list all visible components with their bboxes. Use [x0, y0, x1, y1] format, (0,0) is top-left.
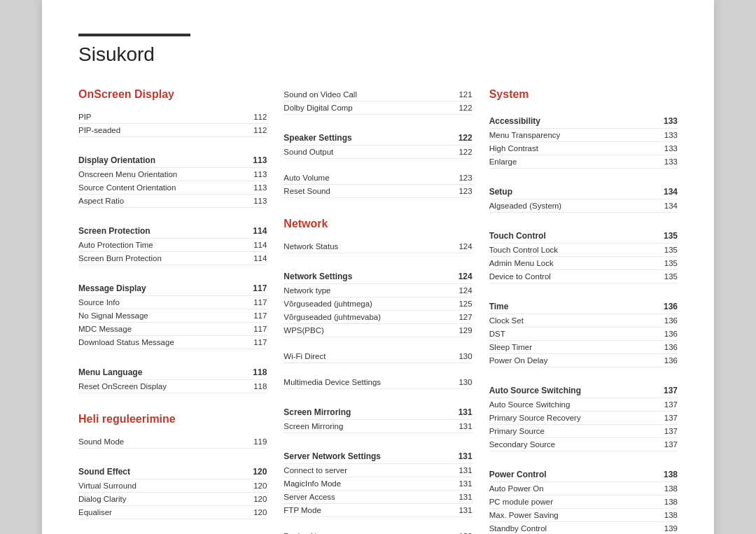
toc-label: Time [489, 302, 658, 311]
toc-label: Primary Source Recovery [489, 414, 658, 422]
table-row: Screen Protection114 [78, 220, 267, 239]
table-row: Võrguseaded (juhtmega)125 [284, 297, 472, 311]
toc-number: 122 [453, 148, 472, 156]
toc-number: 118 [247, 382, 267, 391]
table-row: DST136 [489, 328, 678, 341]
toc-group: Power Control138Auto Power On138PC modul… [489, 464, 678, 534]
toc-label: Auto Volume [284, 174, 452, 182]
toc-number: 117 [247, 338, 267, 346]
table-row: Reset Sound123 [284, 185, 472, 198]
toc-number: 123 [453, 174, 472, 182]
toc-number: 120 [247, 482, 267, 490]
table-row: Clock Set136 [489, 314, 678, 328]
table-row: Time136 [489, 296, 678, 314]
toc-label: Message Display [78, 283, 247, 293]
toc-label: PIP-seaded [78, 126, 247, 134]
col1-groups: PIP112PIP-seaded112Display Orientation11… [78, 111, 267, 393]
toc-number: 122 [453, 104, 472, 112]
toc-number: 118 [247, 367, 267, 377]
toc-label: Sound Mode [78, 437, 247, 446]
col2-network-groups: Network Status124Network Settings124Netw… [284, 240, 472, 534]
toc-number: 137 [658, 386, 678, 395]
toc-number: 135 [658, 246, 678, 254]
table-row: Algseaded (System)134 [489, 199, 678, 213]
toc-number: 120 [247, 467, 267, 477]
table-row: Võrguseaded (juhtmevaba)127 [284, 311, 472, 324]
toc-group: Touch Control135Touch Control Lock135Adm… [489, 225, 678, 283]
table-row: Dolby Digital Comp122 [284, 101, 472, 115]
toc-number: 133 [658, 157, 678, 166]
table-row: MDC Message117 [78, 323, 267, 336]
table-row: Device Name132 [284, 530, 472, 534]
toc-label: Aspect Ratio [78, 197, 247, 205]
toc-label: Menu Language [78, 367, 247, 377]
toc-number: 131 [453, 422, 472, 430]
table-row: Sound on Video Call121 [284, 88, 472, 101]
table-row: Server Network Settings131 [284, 446, 472, 464]
toc-group: PIP112PIP-seaded112 [78, 111, 267, 137]
toc-group: Display Orientation113Onscreen Menu Orie… [78, 150, 267, 208]
toc-label: Screen Burn Protection [78, 254, 247, 262]
toc-label: Max. Power Saving [489, 511, 658, 519]
table-row: Setup134 [489, 181, 678, 199]
toc-number: 112 [247, 126, 267, 134]
toc-number: 137 [658, 400, 678, 409]
toc-group: Network Status124 [284, 240, 472, 253]
column-2: Sound on Video Call121Dolby Digital Comp… [284, 88, 472, 534]
toc-label: Wi-Fi Direct [284, 352, 452, 360]
toc-label: Server Network Settings [284, 451, 452, 461]
toc-label: Power On Delay [489, 356, 658, 365]
toc-group: Time136Clock Set136DST136Sleep Timer136P… [489, 296, 678, 367]
table-row: PIP112 [78, 111, 267, 124]
table-row: Connect to server131 [284, 464, 472, 477]
toc-label: Network type [284, 286, 452, 295]
toc-label: Screen Protection [78, 226, 247, 236]
toc-label: Clock Set [489, 316, 658, 325]
toc-number: 113 [247, 155, 267, 165]
table-row: PIP-seaded112 [78, 124, 267, 137]
toc-number: 130 [453, 352, 472, 360]
toc-number: 127 [453, 313, 472, 321]
toc-number: 124 [453, 272, 472, 281]
toc-number: 121 [453, 90, 472, 99]
toc-label: Device to Control [489, 272, 658, 281]
toc-label: FTP Mode [284, 506, 452, 514]
table-row: Source Content Orientation113 [78, 181, 267, 195]
toc-number: 138 [658, 484, 678, 493]
toc-number: 133 [658, 116, 678, 126]
table-row: Primary Source137 [489, 425, 678, 438]
toc-label: Speaker Settings [284, 133, 452, 143]
toc-label: MagicInfo Mode [284, 479, 452, 488]
toc-label: Server Access [284, 493, 452, 501]
toc-label: Multimedia Device Settings [284, 378, 452, 386]
toc-label: Reset OnScreen Display [78, 382, 247, 391]
toc-group: Speaker Settings122Sound Output122 [284, 127, 472, 159]
table-row: Virtual Surround120 [78, 479, 267, 493]
toc-number: 137 [658, 414, 678, 422]
toc-label: Source Content Orientation [78, 183, 247, 192]
table-row: Download Status Message117 [78, 336, 267, 349]
toc-number: 136 [658, 343, 678, 351]
col2-groups: Sound on Video Call121Dolby Digital Comp… [284, 88, 472, 198]
toc-label: No Signal Message [78, 311, 247, 320]
table-row: Menu Transparency133 [489, 129, 678, 142]
toc-label: DST [489, 330, 658, 338]
toc-number: 113 [247, 170, 267, 178]
table-row: Power On Delay136 [489, 354, 678, 367]
toc-group: Sound on Video Call121Dolby Digital Comp… [284, 88, 472, 115]
toc-number: 131 [453, 407, 472, 417]
table-row: Admin Menu Lock135 [489, 257, 678, 270]
table-row: Auto Power On138 [489, 482, 678, 496]
toc-label: Connect to server [284, 466, 452, 475]
toc-label: PIP [78, 113, 247, 121]
toc-number: 139 [658, 524, 678, 533]
toc-label: Menu Transparency [489, 131, 658, 139]
table-row: Aspect Ratio113 [78, 195, 267, 208]
table-row: Secondary Source137 [489, 438, 678, 451]
table-row: Dialog Clarity120 [78, 493, 267, 506]
table-row: Sound Effect120 [78, 461, 267, 479]
table-row: Screen Burn Protection114 [78, 252, 267, 265]
toc-label: Display Orientation [78, 155, 247, 165]
toc-number: 133 [658, 131, 678, 139]
table-row: Max. Power Saving138 [489, 509, 678, 522]
